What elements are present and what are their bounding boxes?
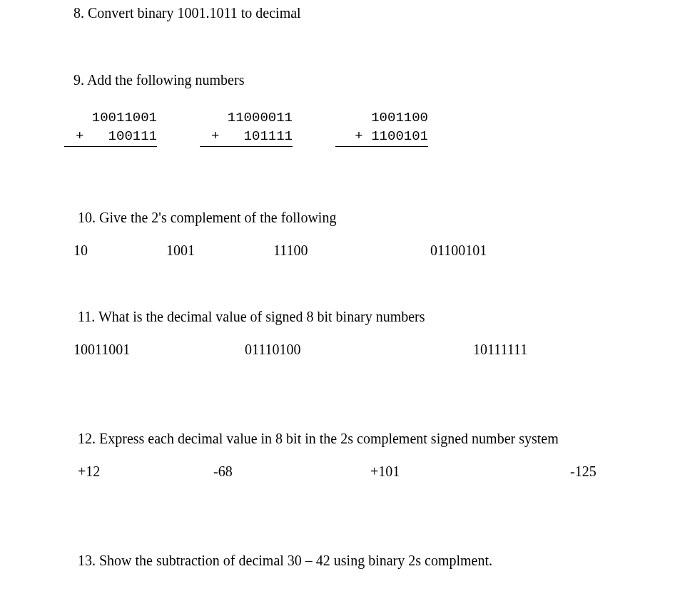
q11-item-1: 10011001	[73, 342, 245, 358]
q13-prompt: 13. Show the subtraction of decimal 30 –…	[78, 551, 659, 570]
q12-item-2: -68	[213, 463, 370, 480]
q9-col1-rule	[64, 146, 157, 147]
q9-col3-top: 1001100	[335, 109, 428, 128]
q11-item-3: 10111111	[473, 342, 527, 358]
q9-col2-top: 11000011	[200, 109, 293, 128]
q9-prompt: 9. Add the following numbers	[73, 71, 659, 89]
q10-item-1: 10	[73, 242, 166, 259]
q9-addition-block: 10011001 + 100111 11000011 + 101111 1001…	[64, 109, 659, 147]
q9-col-2: 11000011 + 101111	[200, 109, 293, 147]
q9-col-1: 10011001 + 100111	[64, 109, 157, 147]
q10-item-3: 11100	[273, 242, 430, 259]
q12-prompt: 12. Express each decimal value in 8 bit …	[78, 429, 659, 448]
question-12: 12. Express each decimal value in 8 bit …	[73, 429, 659, 480]
q12-item-3: +101	[370, 463, 570, 480]
q12-item-4: -125	[570, 463, 597, 480]
question-8: 8. Convert binary 1001.1011 to decimal	[73, 4, 659, 22]
q11-item-2: 01110100	[245, 342, 473, 358]
q10-prompt: 10. Give the 2's complement of the follo…	[78, 208, 659, 227]
q10-item-2: 1001	[166, 242, 273, 259]
question-9: 9. Add the following numbers 10011001 + …	[73, 71, 659, 147]
q12-items: +12 -68 +101 -125	[78, 463, 659, 480]
q9-col1-bot: + 100111	[64, 128, 157, 146]
q9-col3-bot: + 1100101	[335, 128, 428, 146]
q11-prompt: 11. What is the decimal value of signed …	[78, 307, 659, 326]
q10-items: 10 1001 11100 01100101	[73, 242, 659, 259]
q11-items: 10011001 01110100 10111111	[73, 342, 659, 358]
q8-prompt: 8. Convert binary 1001.1011 to decimal	[73, 4, 659, 22]
question-11: 11. What is the decimal value of signed …	[73, 307, 659, 358]
q9-col-3: 1001100 + 1100101	[335, 109, 428, 147]
q9-col1-top: 10011001	[64, 109, 157, 128]
q9-col2-bot: + 101111	[200, 128, 293, 146]
question-13: 13. Show the subtraction of decimal 30 –…	[73, 551, 659, 570]
q10-item-4: 01100101	[430, 242, 487, 259]
q12-item-1: +12	[78, 463, 213, 480]
question-10: 10. Give the 2's complement of the follo…	[73, 208, 659, 259]
q9-col2-rule	[200, 146, 293, 147]
q9-col3-rule	[335, 146, 428, 147]
